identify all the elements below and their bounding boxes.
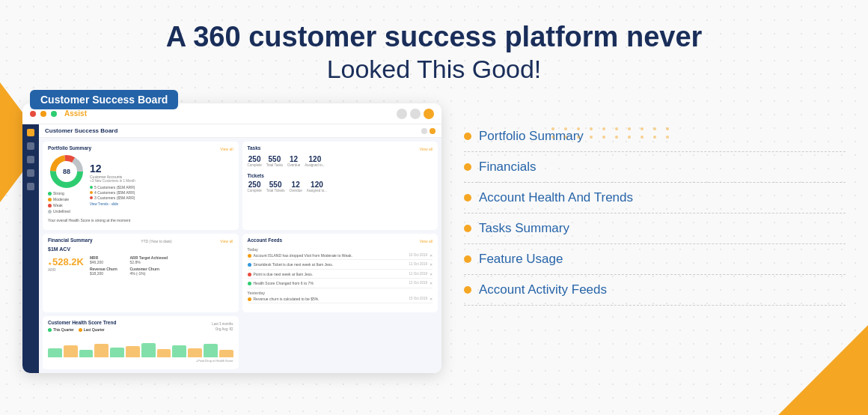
- portfolio-card: Portfolio Summary View all: [43, 142, 239, 229]
- feature-feature-usage[interactable]: Feature Usage: [464, 244, 846, 275]
- feature-label-feature-usage: Feature Usage: [479, 252, 563, 267]
- dot-grid-decoration: [551, 127, 673, 139]
- account-feeds-view-all[interactable]: View all: [420, 239, 433, 243]
- portfolio-view-all[interactable]: View all: [220, 147, 233, 151]
- titlebar-dot-yellow: [40, 111, 46, 117]
- feature-financials[interactable]: Financials: [464, 152, 846, 183]
- portfolio-score-text: Your overall Health Score is strong at t…: [48, 218, 233, 222]
- health-avg: Org Avg: 82: [216, 327, 233, 332]
- sidebar-icon-chart: [27, 142, 34, 150]
- feature-label-financials: Financials: [479, 160, 537, 175]
- financial-acv: $1M ACV: [48, 246, 233, 252]
- sidebar-icon-users: [27, 156, 34, 163]
- titlebar-dot-red: [30, 111, 36, 117]
- titlebar-icon3: [424, 109, 434, 119]
- frame-page-header: Customer Success Board: [39, 124, 441, 138]
- titlebar-brand: Assist: [64, 109, 87, 118]
- frame-main: Customer Success Board: [39, 124, 441, 373]
- sidebar-icon-grid: [27, 183, 34, 190]
- titlebar-dot-green: [51, 111, 57, 117]
- view-trends[interactable]: View Trends - slide: [90, 202, 233, 206]
- customer-accounts-num: 12: [90, 163, 233, 175]
- financial-header: Financial Summary YTD (Year to date) Vie…: [48, 237, 233, 245]
- headline-line1: A 360 customer success platform never: [166, 21, 703, 54]
- account-feeds-title: Account Feeds: [248, 237, 283, 243]
- feature-dot-feature-usage: [464, 255, 471, 263]
- portfolio-legend: Strong Moderate Weak Undefined: [48, 191, 85, 213]
- feature-dot-tasks-summary: [464, 225, 471, 232]
- tasks-stats: 250Complete 550Total Tasks 12Overdue 120…: [248, 155, 433, 167]
- financial-grid: MRR$46,200 ARR Target Achieved52.8% Reve…: [90, 255, 168, 276]
- health-trend-period: Last 3 months: [212, 322, 233, 326]
- feature-dot-account-health: [464, 194, 471, 202]
- portfolio-card-title: Portfolio Summary: [48, 145, 91, 151]
- main-content: A 360 customer success platform never Lo…: [0, 0, 868, 373]
- feed-item-5: Revenue churn is calculated to be $5%. 1…: [248, 297, 433, 304]
- feed-item-4: Health Score Changed from 6 to 7% 12 Oct…: [248, 281, 433, 288]
- label-bubble: Customer Success Board: [30, 90, 178, 109]
- headline-line2: Looked This Good!: [166, 54, 703, 85]
- frame-header-icons: [421, 128, 435, 134]
- health-chart-row: [48, 335, 233, 357]
- tasks-card: Tasks View all 250Complete 550Total Task…: [242, 142, 438, 229]
- mini-icon2: [430, 128, 435, 134]
- sidebar-icon-home: [27, 129, 34, 136]
- frame-body: Customer Success Board: [22, 124, 441, 373]
- health-legend: This Quarter Last Quarter Org Avg: 82: [48, 327, 233, 332]
- feature-label-tasks-summary: Tasks Summary: [479, 221, 569, 236]
- donut-svg: 88: [48, 153, 85, 190]
- health-trend-title: Customer Health Score Trend: [48, 320, 116, 325]
- account-feeds-card: Account Feeds View all Today Account ISL…: [242, 234, 438, 313]
- cards-grid: Portfolio Summary View all: [39, 138, 441, 373]
- titlebar-icon1: [397, 109, 407, 119]
- titlebar-icons: [397, 109, 434, 119]
- feature-account-activity[interactable]: Account Activity Feeds: [464, 275, 846, 306]
- financial-card: Financial Summary YTD (Year to date) Vie…: [43, 234, 239, 313]
- feed-item-1: Account ISLAND has dropped Visit from Mo…: [248, 253, 433, 261]
- portfolio-donut-chart: 88 Strong Moderate Weak Undefined: [48, 153, 85, 215]
- tickets-stats: 250Complete 550Total Tickets 12Overdue 1…: [248, 181, 433, 193]
- arr-value: 528.2K: [52, 256, 84, 267]
- feature-tasks-summary[interactable]: Tasks Summary: [464, 213, 846, 244]
- frame-page-title: Customer Success Board: [45, 127, 117, 134]
- feature-dot-portfolio: [464, 133, 471, 140]
- financial-view-all[interactable]: View all: [220, 239, 233, 243]
- feature-dot-account-activity: [464, 286, 471, 294]
- new-customers-text: +3 New Customers in 1 Month: [90, 179, 233, 183]
- tasks-card-title: Tasks: [248, 145, 261, 151]
- tasks-view-all[interactable]: View all: [420, 147, 433, 151]
- dashboard-mockup-wrapper: Customer Success Board Assist: [22, 103, 441, 373]
- tickets-title: Tickets: [248, 173, 264, 178]
- headline-block: A 360 customer success platform never Lo…: [166, 21, 703, 84]
- arr-label: ARR: [48, 267, 84, 272]
- frame-sidebar: [22, 124, 39, 373]
- feature-dot-financials: [464, 163, 471, 171]
- portfolio-right: 12 Customer Accounts +3 New Customers in…: [90, 163, 233, 206]
- feed-item-2: Smartdesk Ticket is due next week at 9am…: [248, 262, 433, 270]
- feature-label-account-activity: Account Activity Feeds: [479, 282, 607, 297]
- health-trend-note: +Point Drop in Health Score: [48, 359, 233, 363]
- financial-title: Financial Summary: [48, 237, 93, 243]
- features-list: Portfolio Summary Financials Account Hea…: [464, 103, 846, 306]
- donut-center-text: 88: [63, 168, 70, 175]
- health-trend-card: Customer Health Score Trend Last 3 month…: [43, 316, 239, 369]
- feed-item-3: Point is due next week at 9am Jess. 11 O…: [248, 272, 433, 279]
- sidebar-icon-settings: [27, 169, 34, 177]
- dashboard-frame: Assist: [22, 103, 441, 373]
- tickets-subsection: Tickets 250Complete 550Total Tickets 12O…: [248, 173, 433, 193]
- titlebar-icon2: [410, 109, 421, 119]
- portfolio-content: 88 Strong Moderate Weak Undefined: [48, 153, 233, 215]
- mini-icon1: [421, 128, 427, 134]
- feature-account-health[interactable]: Account Health And Trends: [464, 183, 846, 213]
- accounts-list: 5 Customers ($1M ARR) 4 Customers ($5M A…: [90, 185, 233, 200]
- two-col-layout: Customer Success Board Assist: [0, 103, 868, 373]
- feature-label-account-health: Account Health And Trends: [479, 190, 633, 205]
- financial-ytd: YTD (Year to date): [141, 239, 172, 243]
- feed-today-label: Today: [248, 247, 433, 252]
- feed-yesterday-label: Yesterday: [248, 291, 433, 295]
